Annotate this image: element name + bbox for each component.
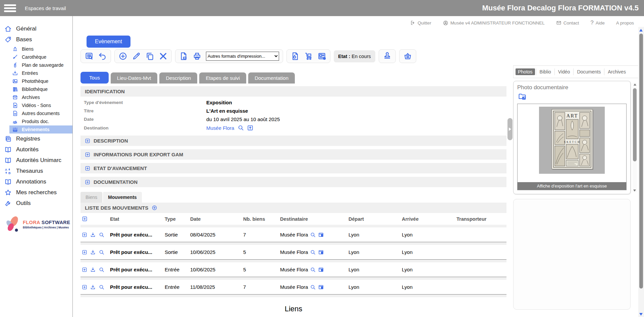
- row-expand-button[interactable]: [82, 267, 87, 272]
- movement-row-4[interactable]: Prêt pour exécu... Entrée 11/08/2025 7 M…: [80, 280, 506, 295]
- basket-button[interactable]: [403, 52, 412, 61]
- tab-tous[interactable]: Tous: [80, 72, 109, 84]
- panel-collapse-handle[interactable]: [507, 118, 513, 140]
- media-tab-archives[interactable]: Archives: [604, 68, 629, 75]
- delete-record-button[interactable]: [159, 52, 168, 61]
- stamp-icon: [383, 52, 392, 61]
- photo-folder-button[interactable]: [518, 93, 527, 101]
- dest-search-button[interactable]: [310, 232, 316, 238]
- sidebar-item-registres[interactable]: Registres: [0, 134, 72, 144]
- section-documentation[interactable]: DOCUMENTATION: [80, 177, 506, 187]
- row-download-button[interactable]: [90, 267, 96, 273]
- movement-trolley-button[interactable]: [304, 52, 313, 61]
- media-tab-photos[interactable]: Photos: [516, 68, 535, 75]
- sidebar-item-outils[interactable]: Outils: [0, 198, 72, 209]
- sidebar-item-bibliotheque[interactable]: Bibliothèque: [9, 85, 72, 93]
- media-tab-video[interactable]: Vidéo: [554, 68, 574, 75]
- movement-row-1[interactable]: Prêt pour exécu... Sortie 08/04/2025 7 M…: [80, 227, 506, 242]
- row-view-button[interactable]: [99, 267, 105, 273]
- dest-open-window-button[interactable]: [318, 284, 324, 290]
- movement-row-2[interactable]: Prêt pour exécu... Sortie 10/06/2025 5 M…: [80, 245, 506, 260]
- dest-open-window-button[interactable]: [318, 267, 324, 273]
- search-results-button[interactable]: [85, 52, 94, 61]
- dest-open-window-button[interactable]: [318, 232, 324, 238]
- row-view-button[interactable]: [99, 284, 105, 290]
- row-expand-button[interactable]: [82, 284, 87, 290]
- row-download-button[interactable]: [90, 232, 96, 238]
- section-description[interactable]: DESCRIPTION: [80, 136, 506, 146]
- dest-search-button[interactable]: [310, 249, 316, 255]
- undo-button[interactable]: [98, 52, 107, 61]
- dest-open-window-button[interactable]: [318, 249, 324, 255]
- printer-button[interactable]: [193, 52, 202, 61]
- subtab-mouvements[interactable]: Mouvements: [103, 192, 142, 203]
- sheets-stack-icon: [12, 118, 18, 124]
- row-download-button[interactable]: [90, 284, 96, 290]
- sidebar-item-thesaurus[interactable]: AB Thesaurus: [0, 166, 72, 176]
- add-column-button[interactable]: [80, 216, 110, 222]
- sidebar-item-mes-recherches[interactable]: Mes recherches: [0, 187, 72, 198]
- quit-link[interactable]: Quitter: [410, 20, 431, 25]
- sidebar-item-annotations[interactable]: Annotations: [0, 176, 72, 187]
- row-expand-button[interactable]: [82, 250, 87, 255]
- row-view-button[interactable]: [99, 232, 105, 238]
- tab-documentation[interactable]: Documentation: [248, 72, 295, 84]
- sidebar-item-entrees[interactable]: Entrées: [9, 69, 72, 77]
- add-movement-button[interactable]: [152, 205, 157, 211]
- expand-plus-icon: [85, 138, 90, 144]
- attach-file-button[interactable]: [290, 52, 300, 61]
- sidebar-item-bases[interactable]: Bases: [0, 34, 72, 45]
- movement-row-3[interactable]: Prêt pour exécu... Entrée 10/06/2025 5 M…: [80, 262, 506, 277]
- sidebar-item-autorites-unimarc[interactable]: Autorités Unimarc: [0, 155, 72, 166]
- window-scroll-up-arrow[interactable]: [639, 29, 643, 32]
- dest-search-button[interactable]: [310, 284, 316, 290]
- window-scroll-down-arrow[interactable]: [639, 313, 643, 316]
- add-record-button[interactable]: [118, 52, 127, 61]
- sidebar-item-general[interactable]: Général: [0, 23, 72, 34]
- row-download-button[interactable]: [90, 249, 96, 255]
- sidebar-item-phototheque[interactable]: Photothèque: [9, 77, 72, 85]
- dest-search-button[interactable]: [310, 267, 316, 273]
- tab-description[interactable]: Description: [159, 72, 197, 84]
- user-account-link[interactable]: Musée v4 ADMINISTRATEUR FONCTIONNEL: [443, 20, 545, 26]
- sidebar-item-autorites[interactable]: Autorités: [0, 144, 72, 155]
- hamburger-menu-icon[interactable]: [4, 3, 16, 13]
- media-tab-biblio[interactable]: Biblio: [536, 68, 554, 75]
- print-file-button[interactable]: [179, 52, 188, 61]
- media-tab-documents[interactable]: Documents: [573, 68, 604, 75]
- about-link[interactable]: A propos: [616, 20, 634, 25]
- subtab-biens[interactable]: Biens: [80, 192, 102, 203]
- sidebar-item-plan-de-sauvegarde[interactable]: Plan de sauvegarde: [9, 61, 72, 69]
- window-scrollbar-thumb[interactable]: [639, 34, 643, 288]
- print-format-select[interactable]: Autres formats d'impression...: [206, 52, 279, 61]
- sidebar-item-carotheque[interactable]: Carothèque: [9, 53, 72, 61]
- sidebar-item-archives[interactable]: Archives: [9, 93, 72, 101]
- scroll-down-arrow[interactable]: [633, 190, 636, 192]
- row-view-button[interactable]: [99, 249, 105, 255]
- row-expand-button[interactable]: [82, 232, 87, 237]
- sidebar-item-videos-sons[interactable]: Vidéos - Sons: [9, 101, 72, 109]
- sidebar-item-autres-documents[interactable]: Autres documents: [9, 109, 72, 117]
- sidebar-item-produits-doc[interactable]: Produits doc.: [9, 117, 72, 125]
- tab-lieu-dates-mvt[interactable]: Lieu-Dates-Mvt: [111, 72, 158, 84]
- section-etat-avancement[interactable]: ETAT D'AVANCEMENT: [80, 163, 506, 173]
- record-type-tab[interactable]: Evènement: [87, 36, 130, 48]
- help-link[interactable]: ? Aide: [590, 19, 605, 26]
- panel-scrollbar-thumb[interactable]: [633, 88, 637, 161]
- photo-thumbnail[interactable]: ART SKETCH Affich: [517, 104, 627, 190]
- scroll-up-arrow[interactable]: [634, 84, 636, 86]
- contact-link[interactable]: Contact: [556, 20, 579, 25]
- destination-link[interactable]: Musée Flora: [206, 125, 234, 131]
- sidebar-item-biens[interactable]: Biens: [9, 45, 72, 53]
- copy-record-button[interactable]: [145, 52, 154, 61]
- window-scrollbar[interactable]: [638, 27, 644, 317]
- destination-search-button[interactable]: [237, 124, 244, 131]
- section-informations-export-gam[interactable]: INFORMATIONS POUR EXPORT GAM: [80, 149, 506, 160]
- edit-record-button[interactable]: [132, 52, 141, 61]
- stamp-button[interactable]: [383, 52, 392, 61]
- panel-scrollbar[interactable]: [633, 83, 637, 192]
- sidebar-item-evenements[interactable]: Evènements: [9, 125, 72, 134]
- destination-open-button[interactable]: [247, 124, 254, 131]
- tab-etapes-de-suivi[interactable]: Etapes de suivi: [199, 72, 246, 84]
- notice-report-button[interactable]: [317, 52, 326, 61]
